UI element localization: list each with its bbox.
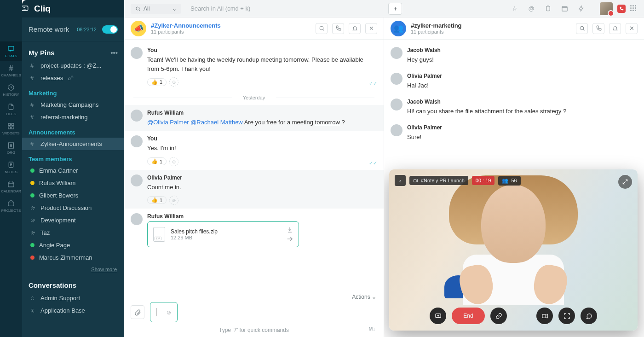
add-reaction-button[interactable]: ☺ — [169, 77, 178, 87]
add-button[interactable]: ＋ — [388, 3, 402, 15]
show-more-link[interactable]: Show more — [22, 264, 124, 279]
section-announcements[interactable]: Announcements — [22, 123, 124, 138]
search-scope-dropdown[interactable]: All ⌄ — [131, 4, 181, 14]
pin-item[interactable]: #project-updates : @Z... — [22, 59, 124, 72]
end-call-button[interactable]: End — [452, 308, 485, 324]
file-attachment[interactable]: Sales pitch files.zip 12.29 MB — [147, 221, 299, 247]
rail-calendar[interactable]: CALENDAR — [0, 177, 22, 196]
dm-item[interactable]: Marcus Zimmerman — [22, 251, 124, 264]
emoji-icon[interactable]: ☺ — [166, 309, 172, 316]
fullscreen-button[interactable] — [558, 308, 575, 324]
svg-point-22 — [580, 26, 584, 30]
rail-widgets[interactable]: WIDGETS — [0, 119, 22, 138]
header-close-button[interactable]: ✕ — [626, 23, 638, 34]
header-search-button[interactable] — [316, 23, 328, 34]
dm-item[interactable]: Development — [22, 214, 124, 227]
screenshare-button[interactable] — [430, 308, 446, 324]
channel-item[interactable]: #referral-marketing — [22, 111, 124, 123]
rail-chats[interactable]: CHATS — [0, 41, 22, 61]
header-search-button[interactable] — [576, 23, 588, 34]
mention-icon[interactable]: @ — [525, 5, 537, 12]
channel-title[interactable]: #Zylker-Announcements — [151, 22, 221, 29]
channel-icon: 👥 — [391, 21, 406, 36]
status-toggle[interactable] — [102, 25, 118, 34]
dm-item[interactable]: Gilbert Bowers — [22, 189, 124, 202]
header-call-button[interactable] — [592, 23, 604, 34]
dm-item[interactable]: Taz — [22, 227, 124, 239]
pins-more-icon[interactable]: ••• — [110, 49, 118, 57]
mention[interactable]: @Rachael Matthew — [190, 119, 243, 126]
avatar — [131, 213, 143, 225]
bolt-icon[interactable] — [575, 5, 587, 12]
header-call-button[interactable] — [332, 23, 344, 34]
chevron-down-icon: ⌄ — [172, 6, 177, 12]
mention[interactable]: @Olivia Palmer — [147, 119, 189, 126]
reaction[interactable]: 👍 1 — [147, 196, 167, 204]
expand-icon[interactable] — [618, 175, 632, 189]
search-input[interactable]: Search in All (cmd + k) — [186, 3, 384, 14]
rail-files[interactable]: FILES — [0, 99, 22, 119]
svg-point-14 — [32, 231, 33, 232]
add-reaction-button[interactable]: ☺ — [169, 157, 178, 166]
attach-button[interactable] — [131, 305, 144, 319]
forward-icon[interactable] — [287, 236, 293, 242]
channel-title[interactable]: #zylker-marketing — [411, 22, 462, 29]
apps-grid-icon[interactable] — [630, 5, 638, 12]
link-button[interactable] — [490, 308, 507, 324]
section-marketing[interactable]: Marketing — [22, 84, 124, 99]
pane-announcements: 📣 #Zylker-Announcements 11 participants … — [124, 17, 384, 337]
markdown-badge: M↓ — [368, 326, 375, 331]
video-timer: 00 : 19 — [472, 176, 495, 185]
dm-item[interactable]: Angie Page — [22, 239, 124, 251]
svg-point-11 — [34, 207, 35, 208]
reaction[interactable]: 👍 1 — [147, 157, 167, 165]
conversation-item[interactable]: Application Base — [22, 304, 124, 317]
svg-point-18 — [136, 7, 139, 10]
rail-history[interactable]: HISTORY — [0, 80, 22, 99]
dm-item[interactable]: Product Discussion — [22, 202, 124, 214]
nav-rail: CHATS CHANNELS HISTORY FILES WIDGETS ORG… — [0, 0, 22, 337]
header-close-button[interactable]: ✕ — [365, 23, 377, 34]
header-bell-button[interactable] — [349, 23, 361, 34]
header-bell-button[interactable] — [609, 23, 621, 34]
dm-item[interactable]: Emma Cartner — [22, 164, 124, 177]
add-reaction-button[interactable]: ☺ — [169, 196, 178, 205]
rail-channels[interactable]: CHANNELS — [0, 61, 22, 80]
svg-rect-25 — [542, 314, 546, 318]
rail-projects[interactable]: PROJECTS — [0, 196, 22, 215]
status-text[interactable]: Remote work — [29, 25, 69, 33]
pin-item[interactable]: #releases☍ — [22, 72, 124, 84]
download-icon[interactable] — [287, 227, 293, 233]
brand-name: Cliq — [34, 4, 51, 14]
channel-item-selected[interactable]: #Zylker-Announcements — [22, 138, 124, 150]
star-icon[interactable]: ☆ — [509, 5, 521, 12]
message: Rufus William @Olivia Palmer @Rachael Ma… — [124, 105, 384, 131]
message-composer[interactable]: ☺ — [150, 302, 178, 322]
message: Jacob WalshHi! can you share the file at… — [384, 94, 644, 120]
conversation-item[interactable]: Admin Support — [22, 292, 124, 304]
svg-rect-20 — [562, 6, 567, 11]
video-viewers[interactable]: 👥 56 — [498, 176, 520, 186]
video-title-chip: #Notely PR Launch — [409, 176, 468, 185]
dm-item[interactable]: Rufus William — [22, 177, 124, 189]
chat-button[interactable] — [581, 308, 597, 324]
svg-rect-19 — [546, 6, 550, 11]
topbar: All ⌄ Search in All (cmd + k) ＋ ☆ @ — [124, 0, 644, 17]
search-icon — [135, 6, 141, 12]
actions-dropdown[interactable]: Actions ⌄ — [124, 292, 384, 302]
pane-marketing: 👥 #zylker-marketing 11 participants ✕ Ja… — [384, 17, 644, 337]
video-back-button[interactable]: ‹ — [395, 175, 406, 186]
channel-item[interactable]: #Marketing Campaigns — [22, 99, 124, 111]
user-avatar[interactable] — [600, 2, 613, 15]
clipboard-icon[interactable] — [542, 5, 554, 12]
section-team[interactable]: Team members — [22, 150, 124, 164]
rail-org[interactable]: ORG — [0, 138, 22, 157]
channel-icon: 📣 — [131, 21, 146, 36]
record-button[interactable] — [536, 308, 553, 324]
svg-rect-23 — [414, 179, 416, 182]
reaction[interactable]: 👍 1 — [147, 78, 167, 86]
phone-badge[interactable] — [617, 5, 626, 13]
svg-point-13 — [34, 219, 35, 221]
calendar-icon[interactable] — [558, 5, 570, 12]
rail-notes[interactable]: NOTES — [0, 157, 22, 177]
